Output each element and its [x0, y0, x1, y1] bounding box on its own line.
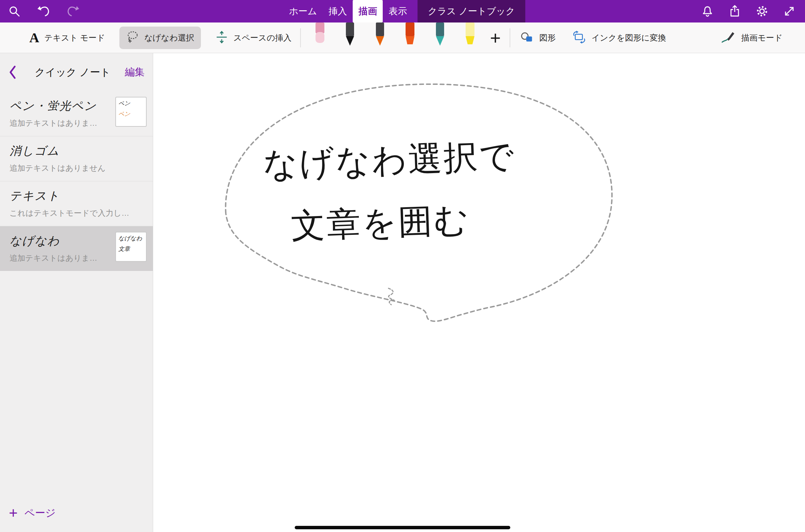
- tab-draw[interactable]: 描画: [353, 0, 383, 22]
- draw-mode-button[interactable]: 描画モード: [721, 31, 782, 45]
- home-indicator-bar[interactable]: [295, 526, 510, 529]
- lasso-select-button[interactable]: なげなわ選択: [119, 27, 201, 49]
- text-mode-label: テキスト モード: [44, 32, 105, 43]
- tab-class-notebook[interactable]: クラス ノートブック: [418, 0, 525, 22]
- page-list-item-eraser[interactable]: 消しゴム 追加テキストはありません: [0, 136, 153, 181]
- thumbnail-ink-line: ペン: [118, 100, 144, 107]
- add-page-label: ページ: [25, 506, 56, 520]
- marker-red[interactable]: [402, 22, 418, 50]
- lasso-select-label: なげなわ選択: [144, 32, 194, 43]
- share-icon[interactable]: [728, 4, 742, 18]
- sidebar-header: クイック ノート 編集: [0, 53, 153, 91]
- top-app-bar: ホーム 挿入 描画 表示 クラス ノートブック: [0, 0, 805, 22]
- undo-icon[interactable]: [37, 4, 50, 18]
- ink-to-shape-button[interactable]: インクを図形に変換: [572, 31, 666, 45]
- pen-tray: [312, 22, 478, 50]
- highlighter-yellow[interactable]: [463, 22, 478, 50]
- onenote-app: ホーム 挿入 描画 表示 クラス ノートブック A テキスト モード: [0, 0, 805, 532]
- topbar-right-actions: [701, 0, 805, 22]
- page-title: テキスト: [10, 188, 144, 204]
- plus-icon: +: [9, 505, 18, 520]
- eraser-tool[interactable]: [312, 22, 327, 49]
- back-chevron-icon[interactable]: [8, 65, 20, 80]
- edit-button[interactable]: 編集: [125, 65, 145, 79]
- thumbnail-ink-line: ペン: [118, 110, 144, 118]
- ink-to-shape-label: インクを図形に変換: [591, 32, 666, 43]
- lasso-selection-outline: [153, 53, 805, 532]
- ink-to-shape-icon: [572, 31, 586, 45]
- ribbon-tabs: ホーム 挿入 描画 表示 クラス ノートブック: [283, 0, 525, 22]
- page-title: 消しゴム: [10, 143, 144, 159]
- toolbar-divider: [300, 28, 301, 47]
- search-icon[interactable]: [8, 4, 21, 18]
- page-subtitle: 追加テキストはありません: [10, 163, 144, 173]
- page-list-item-pen[interactable]: ペン・蛍光ペン 追加テキストはありま… ペン ペン: [0, 91, 153, 136]
- notebook-section-title: クイック ノート: [20, 65, 125, 79]
- pen-teal[interactable]: [433, 22, 448, 50]
- draw-mode-label: 描画モード: [741, 32, 782, 43]
- fullscreen-expand-icon[interactable]: [782, 4, 796, 18]
- handwritten-ink-line-1: なげなわ選択で: [262, 133, 516, 188]
- pen-black[interactable]: [342, 22, 357, 50]
- lasso-icon: [126, 31, 139, 45]
- topbar-left-actions: [0, 0, 80, 22]
- insert-space-button[interactable]: スペースの挿入: [215, 31, 291, 45]
- redo-icon[interactable]: [66, 4, 80, 18]
- draw-mode-pen-icon: [721, 31, 736, 45]
- thumbnail-ink-line: なげなわ: [118, 234, 144, 242]
- tab-insert[interactable]: 挿入: [323, 0, 353, 22]
- text-mode-button[interactable]: A テキスト モード: [29, 30, 105, 46]
- thumbnail-ink-line: 文章: [118, 245, 144, 253]
- shapes-icon: [521, 31, 534, 45]
- pen-orange[interactable]: [372, 22, 387, 50]
- drawing-canvas[interactable]: なげなわ選択で 文章を囲む: [153, 53, 805, 532]
- page-list-item-lasso[interactable]: なげなわ 追加テキストはありま… なげなわ 文章: [0, 226, 153, 271]
- text-mode-icon: A: [29, 30, 39, 46]
- page-subtitle: これはテキストモードで入力し…: [10, 208, 144, 218]
- page-thumbnail: なげなわ 文章: [115, 232, 147, 262]
- insert-space-icon: [215, 31, 228, 45]
- shapes-button[interactable]: 図形: [521, 31, 556, 45]
- add-pen-button[interactable]: +: [490, 29, 501, 47]
- add-page-button[interactable]: + ページ: [9, 505, 56, 520]
- handwritten-ink-line-2: 文章を囲む: [290, 197, 471, 249]
- notifications-bell-icon[interactable]: [701, 4, 714, 18]
- drawing-toolbar: A テキスト モード なげなわ選択 スペースの挿入: [0, 22, 805, 53]
- toolbar-divider: [510, 28, 510, 47]
- page-list-item-text[interactable]: テキスト これはテキストモードで入力し…: [0, 181, 153, 226]
- insert-space-label: スペースの挿入: [233, 32, 291, 43]
- settings-gear-icon[interactable]: [755, 4, 769, 18]
- tab-view[interactable]: 表示: [383, 0, 413, 22]
- page-thumbnail: ペン ペン: [115, 97, 147, 127]
- page-list-sidebar: クイック ノート 編集 ペン・蛍光ペン 追加テキストはありま… ペン ペン 消し…: [0, 53, 153, 532]
- shapes-label: 図形: [539, 32, 556, 43]
- tab-home[interactable]: ホーム: [283, 0, 323, 22]
